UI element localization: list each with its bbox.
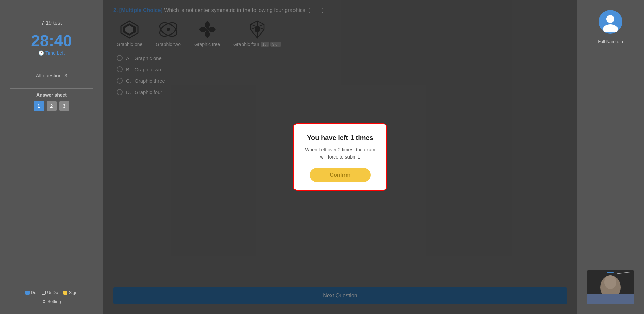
svg-point-8 [603,24,618,32]
main-container: 7.19 test 28:40 🕐 Time Left All question… [0,0,644,314]
legend-sign: Sign [63,290,77,295]
sidebar-divider [10,66,93,66]
right-panel: Full Name: a [577,0,644,314]
setting-label: Setting [47,299,61,304]
webcam-feed [587,270,634,304]
legend-do: Do [25,290,37,295]
test-title: 7.19 test [41,20,62,26]
modal-overlay: You have left 1 times When Left over 2 t… [103,0,577,314]
do-label: Do [31,290,37,295]
avatar-icon [600,12,621,32]
undo-label: UnDo [47,290,58,295]
sidebar: 7.19 test 28:40 🕐 Time Left All question… [0,0,103,314]
answer-num-3[interactable]: 3 [59,101,69,111]
answer-sheet-title: Answer sheet [36,92,67,98]
time-left-label: 🕐 Time Left [38,50,65,56]
gear-icon: ⚙ [42,299,46,304]
full-name: Full Name: a [598,39,623,44]
clock-icon: 🕐 [38,50,44,56]
modal-dialog: You have left 1 times When Left over 2 t… [293,123,387,191]
avatar [599,10,622,34]
all-question: All question: 3 [36,73,67,78]
sidebar-bottom: Do UnDo Sign ⚙ Setting [25,290,78,314]
answer-sheet-numbers: 1 2 3 [34,101,69,111]
svg-point-12 [604,275,616,289]
svg-rect-13 [587,294,634,304]
sidebar-divider-2 [10,88,93,89]
webcam-preview [587,270,634,304]
content-area: 2. [Multiple Choice] Which is not center… [103,0,577,314]
modal-description: When Left over 2 times, the exam will fo… [302,146,378,161]
sign-label: Sign [69,290,77,295]
full-name-value: a [621,39,623,44]
timer-display: 28:40 [31,33,72,49]
sign-dot [63,291,67,295]
undo-dot [42,291,46,295]
setting-button[interactable]: ⚙ Setting [42,299,61,304]
time-left-text: Time Left [45,50,65,56]
svg-point-7 [606,15,614,23]
confirm-button[interactable]: Confirm [310,168,370,182]
svg-rect-10 [607,272,614,273]
full-name-label: Full Name: [598,39,619,44]
do-dot [25,291,30,295]
legend-row: Do UnDo Sign [25,290,78,295]
answer-num-2[interactable]: 2 [47,101,57,111]
answer-num-1[interactable]: 1 [34,101,44,111]
legend-undo: UnDo [42,290,58,295]
modal-title: You have left 1 times [307,134,373,142]
